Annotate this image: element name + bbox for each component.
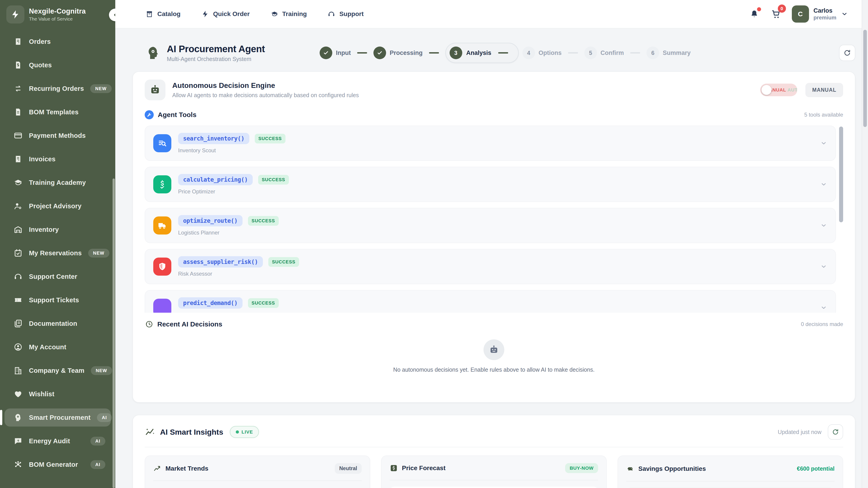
nav-training[interactable]: Training bbox=[271, 10, 307, 18]
app-root: Nexgile-Cognitra The Value of Service Or… bbox=[0, 0, 868, 488]
tool-row-predict_demand[interactable]: predict_demand()SUCCESSAvailability Pred… bbox=[145, 290, 836, 313]
sidebar-item-wishlist[interactable]: Wishlist bbox=[4, 385, 111, 403]
chevron-down-icon[interactable] bbox=[820, 222, 827, 229]
step-number: 5 bbox=[584, 46, 597, 59]
step-analysis[interactable]: 3Analysis bbox=[445, 43, 519, 63]
sidebar-item-payment-methods[interactable]: Payment Methods bbox=[4, 127, 111, 144]
agent-card: Autonomous Decision Engine Allow AI agen… bbox=[132, 71, 855, 402]
refresh-button[interactable] bbox=[839, 45, 855, 61]
nav-quick-order[interactable]: Quick Order bbox=[202, 10, 250, 18]
sidebar-item-support-center[interactable]: Support Center bbox=[4, 267, 111, 286]
sidebar-item-label: BOM Generator bbox=[29, 461, 78, 468]
sidebar-item-documentation[interactable]: Documentation bbox=[4, 315, 111, 332]
tool-agent-name: Logistics Planner bbox=[178, 230, 279, 236]
step-label: Confirm bbox=[600, 50, 624, 57]
sidebar-item-training-academy[interactable]: Training Academy bbox=[4, 173, 111, 192]
robot-icon bbox=[145, 79, 165, 100]
chevron-down-icon[interactable] bbox=[820, 263, 827, 270]
step-confirm[interactable]: 5Confirm bbox=[584, 46, 643, 59]
sidebar-item-my-account[interactable]: My Account bbox=[4, 338, 111, 356]
sidebar-item-recurring-orders[interactable]: Recurring OrdersNEW bbox=[4, 79, 111, 98]
notifications-button[interactable] bbox=[748, 8, 760, 20]
user-name: Carlos bbox=[813, 7, 836, 14]
step-options[interactable]: 4Options bbox=[522, 46, 581, 59]
brand-logo-icon bbox=[6, 5, 24, 24]
auto-manual-toggle[interactable]: MANUAL AUTO bbox=[760, 84, 797, 96]
sidebar-item-energy-audit[interactable]: Energy AuditAI bbox=[4, 432, 111, 450]
sidebar-item-project-advisory[interactable]: Project Advisory bbox=[4, 197, 111, 215]
topbar-right: 0 C Carlos premium bbox=[748, 5, 848, 23]
shield-icon bbox=[153, 258, 171, 275]
sidebar-item-bom-generator[interactable]: BOM GeneratorAI bbox=[4, 455, 111, 474]
chevron-down-icon[interactable] bbox=[820, 140, 827, 147]
page-content: AI Procurement Agent Multi-Agent Orchest… bbox=[115, 29, 868, 488]
sidebar-item-smart-procurement[interactable]: Smart ProcurementAI bbox=[4, 409, 111, 427]
topbar: CatalogQuick OrderTrainingSupport 0 C Ca… bbox=[115, 0, 868, 29]
sidebar-item-invoices[interactable]: Invoices bbox=[4, 150, 111, 168]
window-scrollbar-thumb[interactable] bbox=[863, 30, 867, 127]
calendar-check-icon bbox=[153, 299, 171, 313]
ai-badge: AI bbox=[90, 437, 105, 446]
insight-card-title: Market Trends bbox=[165, 465, 209, 472]
insight-card-badge: BUY-NOW bbox=[565, 463, 598, 473]
sidebar-item-label: Recurring Orders bbox=[29, 85, 84, 92]
step-label: Processing bbox=[390, 50, 423, 57]
sidebar-item-my-reservations[interactable]: My ReservationsNEW bbox=[4, 244, 111, 262]
tool-status-badge: SUCCESS bbox=[248, 298, 279, 308]
tool-agent-name: Price Optimizer bbox=[178, 188, 289, 195]
nav-support[interactable]: Support bbox=[328, 10, 364, 18]
wrench-icon bbox=[145, 110, 154, 119]
chevron-down-icon[interactable] bbox=[820, 181, 827, 188]
history-icon bbox=[145, 320, 153, 328]
tools-scrollbar[interactable] bbox=[839, 127, 843, 222]
molecule-icon bbox=[13, 460, 23, 469]
user-menu[interactable]: C Carlos premium bbox=[792, 5, 848, 23]
sidebar-item-label: Wishlist bbox=[29, 390, 55, 398]
sidebar-item-label: Invoices bbox=[29, 156, 56, 163]
nav-label: Quick Order bbox=[213, 10, 250, 18]
sidebar-item-support-tickets[interactable]: Support Tickets bbox=[4, 291, 111, 309]
sidebar-item-company-team[interactable]: Company & TeamNEW bbox=[4, 361, 111, 380]
tool-name: assess_supplier_risk() bbox=[178, 256, 263, 267]
credit-card-icon bbox=[13, 131, 23, 140]
tool-row-optimize_route[interactable]: optimize_route()SUCCESSLogistics Planner bbox=[145, 208, 836, 243]
page-header: AI Procurement Agent Multi-Agent Orchest… bbox=[132, 34, 855, 71]
file-dollar-icon bbox=[13, 61, 23, 70]
tool-row-search_inventory[interactable]: search_inventory()SUCCESSInventory Scout bbox=[145, 126, 836, 161]
sidebar-item-label: Quotes bbox=[29, 61, 52, 69]
step-connector bbox=[630, 52, 640, 54]
truck-icon bbox=[153, 217, 171, 234]
headset-icon bbox=[13, 272, 23, 281]
repeat-icon bbox=[13, 84, 23, 93]
insight-cards-row: Market TrendsNeutralElectrical Protectio… bbox=[145, 455, 843, 488]
sidebar-item-inventory[interactable]: Inventory bbox=[4, 221, 111, 238]
cart-button[interactable]: 0 bbox=[770, 8, 782, 20]
sidebar-item-orders[interactable]: Orders bbox=[4, 33, 111, 51]
window-scrollbar[interactable] bbox=[862, 0, 868, 488]
tool-name: optimize_route() bbox=[178, 215, 243, 226]
tool-row-assess_supplier_risk[interactable]: assess_supplier_risk()SUCCESSRisk Assess… bbox=[145, 249, 836, 284]
tools-count: 5 tools available bbox=[804, 111, 843, 118]
user-circle-icon bbox=[13, 343, 23, 352]
chevron-down-icon bbox=[841, 10, 848, 18]
sidebar-item-bom-templates[interactable]: BOM Templates bbox=[4, 103, 111, 121]
step-input[interactable]: Input bbox=[320, 46, 370, 59]
sidebar-scrollbar[interactable] bbox=[113, 178, 115, 488]
step-number: 6 bbox=[647, 46, 659, 59]
sidebar: Nexgile-Cognitra The Value of Service Or… bbox=[0, 0, 115, 488]
tool-name: predict_demand() bbox=[178, 297, 243, 308]
step-processing[interactable]: Processing bbox=[373, 46, 442, 59]
sidebar-item-label: My Reservations bbox=[29, 250, 82, 257]
insights-refresh-button[interactable] bbox=[828, 424, 843, 440]
tool-row-calculate_pricing[interactable]: calculate_pricing()SUCCESSPrice Optimize… bbox=[145, 167, 836, 202]
sidebar-item-label: Smart Procurement bbox=[29, 414, 91, 421]
sidebar-item-label: Training Academy bbox=[29, 179, 86, 186]
page-subtitle: Multi-Agent Orchestration System bbox=[167, 56, 320, 62]
tool-name: search_inventory() bbox=[178, 133, 249, 144]
step-summary[interactable]: 6Summary bbox=[647, 46, 690, 59]
nav-catalog[interactable]: Catalog bbox=[146, 10, 181, 18]
insights-title: AI Smart Insights bbox=[160, 428, 223, 436]
toggle-knob[interactable] bbox=[762, 85, 772, 95]
chevron-down-icon[interactable] bbox=[820, 304, 827, 311]
sidebar-item-quotes[interactable]: Quotes bbox=[4, 56, 111, 74]
